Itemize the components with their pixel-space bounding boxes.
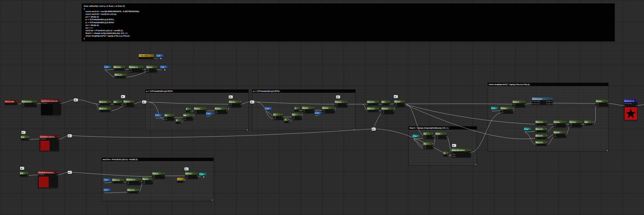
output-pin[interactable] [546,124,547,125]
output-pin[interactable] [110,104,111,105]
node-mask-r-abs1[interactable]: Mask ( R )▾ [99,100,111,105]
node-const-0-b[interactable]: 0▾ [284,118,290,123]
node-k2-use-b[interactable]: k2▾ [315,112,322,116]
node-header[interactable]: Subtract▾ [513,100,525,103]
node-header[interactable]: Mask ( R )▾ [127,189,139,191]
node-header[interactable]: InputRadiusF (Scalar)▾ [38,171,58,174]
output-pin[interactable] [346,104,347,105]
input-pin[interactable] [38,174,39,175]
input-pin[interactable] [185,177,186,178]
node-header[interactable]: Dot▾ [423,142,433,145]
chevron-down-icon[interactable]: ▾ [512,108,513,109]
node-header[interactable]: Abs▾ [113,100,122,103]
output-pin[interactable] [315,115,316,116]
input-pin[interactable] [292,117,293,118]
node-mask-r-ba[interactable]: Mask ( R )▾ [127,189,139,193]
chevron-down-icon[interactable]: ▾ [161,55,161,56]
input-pin[interactable] [41,103,42,104]
output-pin[interactable] [207,116,208,117]
input-pin[interactable] [99,104,100,105]
comment-resize-handle[interactable] [247,129,248,130]
node-mask-r-abs2[interactable]: Mask ( R )▾ [367,100,379,105]
node-const-025-rf[interactable]: 0.25▾ [20,172,29,176]
chevron-down-icon[interactable]: ▾ [495,108,496,109]
chevron-down-icon[interactable]: ▾ [565,121,566,123]
chevron-down-icon[interactable]: ▾ [180,120,180,121]
input-pin[interactable] [513,106,514,107]
chevron-down-icon[interactable]: ▾ [445,133,446,134]
node-dot-pba[interactable]: Dot▾AB [423,132,433,139]
input-pin[interactable] [215,113,216,114]
output-pin[interactable] [470,152,471,153]
output-pin[interactable] [110,111,111,112]
input-pin[interactable] [129,71,130,72]
node-header[interactable]: InputRadius (Scalar)▾ [40,135,59,138]
node-const-0-h[interactable]: 0▾ [443,152,449,156]
node-texcoord[interactable]: TexCoord[0]▾ [5,100,18,105]
chevron-down-icon[interactable]: ▾ [28,136,29,138]
input-pin[interactable] [367,104,368,105]
chevron-down-icon[interactable]: ▾ [319,112,320,114]
node-header[interactable]: k1▾ [206,112,213,115]
input-pin[interactable] [382,113,383,114]
node-output-result[interactable]: Output Result▾(Previewing) [624,99,637,121]
reroute-node-icon[interactable] [250,100,254,103]
node-header[interactable]: ba▾ [199,173,207,175]
node-header[interactable]: Subtract▾ [381,107,394,110]
output-pin[interactable] [378,111,379,112]
input-pin[interactable] [126,182,127,183]
node-subtract-fold2[interactable]: Subtract▾AB [335,100,347,107]
node-subtract-r[interactable]: Subtract▾AB [381,107,394,114]
input-pin[interactable] [112,182,113,183]
node-header[interactable]: 2▾ [186,108,191,110]
chevron-down-icon[interactable]: ▾ [546,121,547,123]
output-pin[interactable] [432,146,433,147]
chevron-down-icon[interactable]: ▾ [524,101,525,102]
node-k1-use-ba2[interactable]: k1▾ [104,189,111,193]
input-pin[interactable] [215,111,216,112]
node-header[interactable]: Subtract(,0.5)▾ [21,100,37,103]
node-const-2-b[interactable]: 2▾ [294,107,300,112]
input-pin[interactable] [143,181,144,182]
chevron-down-icon[interactable]: ▾ [417,135,418,137]
input-pin[interactable] [536,138,537,139]
input-pin[interactable] [570,126,571,127]
chevron-down-icon[interactable]: ▾ [393,108,393,109]
node-header[interactable]: Multiply▾ [500,107,513,110]
node-header[interactable]: Mask ( R )▾ [367,100,379,103]
node-header[interactable]: k1▾ [155,114,162,117]
node-header[interactable]: Append▾ [394,100,405,103]
node-mask-g-top[interactable]: Mask ( G )▾ [114,73,126,78]
node-header[interactable]: k2▾ [160,66,168,68]
code-comment-block[interactable]: float sdStar5(in vec2 p, in float r, in … [82,3,615,42]
output-pin[interactable] [524,104,525,105]
node-header[interactable]: Mask ( G )▾ [112,178,124,181]
input-pin[interactable] [536,144,537,145]
node-header[interactable]: Append▾ [142,177,153,180]
node-header[interactable]: Abs▾ [381,100,390,103]
node-header[interactable]: VectorLength▾ [532,97,553,100]
input-pin[interactable] [22,103,23,104]
node-multiply-s1[interactable]: Multiply▾AB [553,121,566,127]
input-pin[interactable] [452,152,453,153]
output-pin[interactable] [565,134,566,135]
chevron-down-icon[interactable]: ▾ [528,128,529,130]
node-const-0-a[interactable]: 0▾ [176,119,181,124]
node-header[interactable]: Subtract▾ [185,172,198,175]
node-dot-1[interactable]: Dot▾AB [164,114,174,121]
node-mask-g-sign1[interactable]: Mask ( G )▾ [535,121,547,125]
output-pin[interactable] [27,175,28,176]
node-header[interactable]: Mask ( R )▾ [535,128,547,130]
node-header[interactable]: Multiply▾ [322,106,335,109]
output-pin[interactable] [142,69,143,70]
node-header[interactable]: k1▾ [104,178,111,181]
output-pin[interactable] [190,111,191,112]
output-pin[interactable] [133,103,134,104]
input-pin[interactable] [532,101,533,102]
input-pin[interactable] [394,105,395,106]
node-mask-r-sign1[interactable]: Mask ( R )▾ [535,128,547,132]
reroute-node-icon[interactable] [229,95,233,98]
node-header[interactable]: 0▾ [284,118,290,121]
chevron-down-icon[interactable]: ▾ [108,179,109,181]
node-header[interactable]: Multiply▾ [215,107,227,110]
